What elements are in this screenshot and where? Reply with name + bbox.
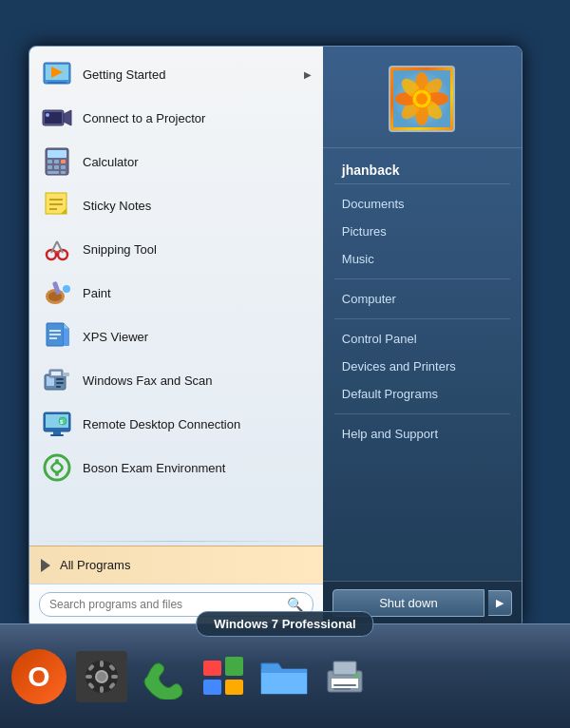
svg-rect-12 (61, 160, 66, 163)
snipping-tool-icon (41, 233, 73, 265)
right-item-pictures[interactable]: Pictures (323, 218, 522, 245)
paint-icon (41, 277, 73, 309)
calculator-icon (41, 145, 73, 178)
right-item-control-panel[interactable]: Control Panel (323, 325, 522, 353)
projector-label: Connect to a Projector (83, 111, 312, 125)
svg-rect-9 (48, 150, 66, 158)
search-button[interactable]: 🔍 (287, 597, 303, 612)
user-avatar (389, 66, 455, 132)
svg-rect-76 (203, 661, 221, 676)
xps-viewer-icon (41, 320, 73, 353)
svg-rect-83 (333, 661, 356, 675)
menu-item-fax-scan[interactable]: Windows Fax and Scan (29, 358, 323, 402)
svg-rect-77 (225, 657, 243, 676)
start-menu: Getting Started ▶ Connect to a Projector (28, 46, 522, 625)
menu-items-list: Getting Started ▶ Connect to a Projector (29, 47, 323, 537)
menu-item-paint[interactable]: Paint (29, 271, 323, 315)
right-separator-4 (334, 413, 510, 414)
menu-item-calculator[interactable]: Calculator (29, 140, 323, 183)
right-item-computer[interactable]: Computer (323, 285, 522, 313)
right-items-list: jhanback Documents Pictures Music Comput… (323, 152, 522, 581)
svg-rect-78 (203, 680, 221, 695)
svg-rect-80 (261, 669, 307, 673)
right-item-music[interactable]: Music (323, 245, 522, 273)
all-programs-item[interactable]: All Programs (29, 546, 323, 584)
svg-rect-40 (56, 378, 64, 380)
left-panel: Getting Started ▶ Connect to a Projector (29, 47, 323, 624)
right-separator-2 (334, 278, 510, 279)
all-programs-label: All Programs (60, 558, 130, 572)
svg-point-53 (55, 459, 59, 463)
menu-separator (37, 541, 315, 542)
svg-rect-11 (54, 160, 59, 163)
xps-viewer-label: XPS Viewer (83, 330, 312, 344)
menu-item-sticky-notes[interactable]: Sticky Notes (29, 183, 323, 227)
svg-rect-17 (61, 171, 66, 174)
svg-rect-68 (100, 661, 104, 667)
svg-rect-10 (48, 160, 52, 163)
user-profile (323, 56, 522, 148)
svg-rect-69 (100, 686, 104, 693)
svg-marker-6 (64, 110, 71, 125)
boson-icon (41, 451, 73, 484)
remote-desktop-label: Remote Desktop Connection (83, 417, 312, 431)
fax-scan-icon (41, 364, 73, 396)
fax-scan-label: Windows Fax and Scan (83, 374, 312, 388)
svg-point-31 (63, 285, 70, 293)
svg-point-7 (46, 113, 49, 117)
windows-badge: Windows 7 Professional (196, 611, 373, 637)
svg-point-54 (55, 472, 59, 476)
taskbar-icon-phone[interactable] (137, 651, 188, 702)
right-item-documents[interactable]: Documents (323, 190, 522, 218)
username-item[interactable]: jhanback (323, 156, 522, 178)
svg-rect-15 (61, 165, 66, 169)
svg-point-65 (416, 93, 428, 105)
svg-rect-41 (56, 382, 64, 384)
right-separator-1 (334, 183, 510, 184)
search-input[interactable] (49, 598, 281, 611)
menu-item-snipping-tool[interactable]: Snipping Tool (29, 227, 323, 271)
right-separator-3 (334, 318, 510, 319)
svg-point-86 (354, 674, 358, 678)
getting-started-icon (41, 58, 73, 90)
svg-rect-16 (48, 171, 59, 174)
svg-rect-14 (54, 165, 59, 169)
svg-rect-84 (333, 684, 356, 686)
flower-icon (393, 70, 450, 127)
svg-rect-42 (56, 386, 61, 388)
svg-point-52 (45, 455, 69, 480)
menu-item-boson[interactable]: Boson Exam Environment (29, 446, 323, 489)
menu-item-xps-viewer[interactable]: XPS Viewer (29, 315, 323, 358)
menu-item-projector[interactable]: Connect to a Projector (29, 96, 323, 140)
taskbar-icon-folder[interactable] (258, 651, 310, 702)
svg-rect-13 (48, 165, 52, 169)
svg-rect-34 (64, 329, 69, 346)
getting-started-label: Getting Started (83, 67, 294, 82)
projector-icon (41, 102, 73, 134)
taskbar-icon-opera[interactable]: O (11, 649, 66, 704)
svg-rect-48 (53, 431, 61, 434)
right-item-help-support[interactable]: Help and Support (323, 420, 522, 448)
sticky-notes-icon (41, 189, 73, 221)
remote-desktop-icon: $ (41, 408, 73, 440)
svg-rect-3 (48, 82, 66, 84)
svg-rect-82 (332, 679, 358, 688)
snipping-tool-label: Snipping Tool (83, 242, 312, 257)
taskbar-icon-settings[interactable] (76, 651, 127, 702)
all-programs-triangle (41, 559, 50, 572)
taskbar: O (0, 623, 570, 728)
menu-item-getting-started[interactable]: Getting Started ▶ (29, 52, 323, 96)
right-item-devices-printers[interactable]: Devices and Printers (323, 353, 522, 380)
menu-item-remote-desktop[interactable]: $ Remote Desktop Connection (29, 402, 323, 446)
taskbar-icon-windows[interactable] (198, 651, 249, 702)
svg-point-67 (96, 671, 107, 682)
svg-rect-85 (333, 688, 351, 690)
svg-rect-49 (50, 434, 64, 436)
boson-label: Boson Exam Environment (83, 461, 312, 475)
svg-rect-45 (63, 373, 69, 376)
shutdown-options-button[interactable]: ▶ (488, 590, 512, 616)
svg-rect-79 (225, 680, 243, 695)
taskbar-icon-printer[interactable] (319, 651, 370, 702)
svg-rect-71 (111, 675, 118, 679)
right-item-default-programs[interactable]: Default Programs (323, 380, 522, 408)
